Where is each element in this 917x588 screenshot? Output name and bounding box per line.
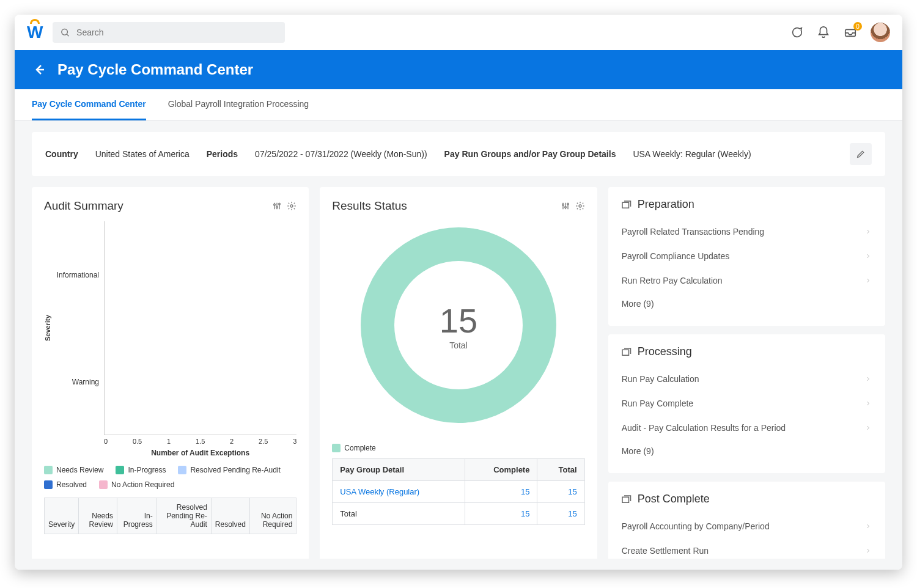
legend-swatch — [44, 480, 53, 489]
legend-label: Needs Review — [56, 466, 103, 474]
table-row: Total 15 15 — [333, 503, 584, 525]
tabs: Pay Cycle Command Center Global Payroll … — [15, 89, 902, 121]
edit-filters-button[interactable] — [850, 143, 872, 165]
page-title: Pay Cycle Command Center — [57, 61, 253, 78]
sliders-icon[interactable] — [272, 201, 282, 211]
sliders-icon[interactable] — [561, 201, 570, 211]
stack-icon — [621, 199, 632, 210]
audit-legend: Needs ReviewIn-ProgressResolved Pending … — [44, 466, 296, 489]
results-cell-label: Total — [333, 503, 465, 525]
chart-x-tick: 0.5 — [133, 438, 142, 445]
tab-command-center[interactable]: Pay Cycle Command Center — [32, 89, 146, 120]
tab-global-payroll[interactable]: Global Payroll Integration Processing — [168, 89, 309, 120]
legend-label: Resolved — [56, 480, 87, 489]
search-input[interactable] — [76, 28, 278, 37]
logo[interactable]: W — [27, 23, 43, 42]
panel-link[interactable]: Create Settlement Run — [621, 538, 873, 559]
legend-label: In-Progress — [128, 466, 166, 474]
chart-x-tick: 0 — [104, 438, 108, 445]
results-th-1: Complete — [465, 459, 537, 481]
results-cell-complete[interactable]: 15 — [465, 503, 537, 525]
panel-more[interactable]: More (9) — [621, 293, 873, 315]
results-cell-complete[interactable]: 15 — [465, 481, 537, 503]
panel-link[interactable]: Payroll Related Transactions Pending — [621, 219, 873, 244]
results-th-0: Pay Group Detail — [333, 459, 465, 481]
side-panel: ProcessingRun Pay CalculationRun Pay Com… — [608, 334, 885, 473]
legend-item: Needs Review — [44, 466, 103, 474]
top-bar: W 0 — [15, 15, 902, 50]
panel-link[interactable]: Run Pay Calculation — [621, 367, 873, 391]
audit-table: SeverityNeeds ReviewIn-ProgressResolved … — [44, 498, 296, 534]
audit-th: In-Progress — [117, 498, 157, 534]
legend-label: Complete — [344, 444, 375, 452]
audit-th: Resolved — [211, 498, 249, 534]
svg-point-14 — [564, 207, 566, 208]
panel-header: Processing — [621, 345, 873, 358]
inbox-icon[interactable]: 0 — [844, 26, 857, 39]
gear-icon[interactable] — [575, 201, 585, 211]
side-panel: PreparationPayroll Related Transactions … — [608, 187, 885, 326]
svg-line-1 — [67, 34, 69, 36]
results-cell-total[interactable]: 15 — [537, 481, 584, 503]
avatar[interactable] — [871, 23, 890, 42]
bell-icon[interactable] — [817, 26, 830, 39]
filter-paygroup-label: Pay Run Groups and/or Pay Group Details — [444, 149, 616, 159]
audit-th: No Action Required — [249, 498, 296, 534]
donut-total: 15 — [440, 301, 477, 340]
panel-title: Preparation — [638, 198, 694, 211]
svg-point-0 — [62, 29, 68, 35]
chevron-right-icon — [864, 228, 872, 235]
pencil-icon — [856, 149, 866, 159]
legend-swatch — [332, 444, 341, 452]
table-row: USA Weekly (Regular) 15 15 — [333, 481, 584, 503]
legend-swatch — [178, 466, 186, 474]
audit-bar-chart: Severity Informational Warning — [44, 221, 296, 435]
audit-th: Needs Review — [79, 498, 117, 534]
results-table: Pay Group Detail Complete Total USA Week… — [332, 458, 584, 525]
chart-x-tick: 1 — [167, 438, 171, 445]
filter-bar: Country United States of America Periods… — [32, 132, 885, 176]
filter-country-label: Country — [45, 149, 78, 159]
chart-x-label: Number of Audit Exceptions — [104, 449, 296, 457]
panel-link[interactable]: Run Retro Pay Calculation — [621, 268, 873, 293]
stack-icon — [621, 347, 632, 358]
legend-swatch — [99, 480, 108, 489]
panel-title: Post Complete — [638, 493, 710, 505]
side-panels: PreparationPayroll Related Transactions … — [608, 187, 885, 559]
svg-rect-18 — [622, 350, 629, 355]
legend-label: Resolved Pending Re-Audit — [190, 466, 280, 474]
results-cell-label[interactable]: USA Weekly (Regular) — [333, 481, 465, 503]
filter-country-value: United States of America — [95, 149, 190, 159]
legend-item: Resolved Pending Re-Audit — [178, 466, 280, 474]
chat-icon[interactable] — [790, 26, 803, 39]
back-arrow-icon[interactable] — [32, 62, 46, 77]
results-donut: 15 Total — [361, 227, 556, 423]
chevron-right-icon — [864, 547, 872, 554]
panel-link[interactable]: Run Pay Complete — [621, 391, 873, 416]
legend-swatch — [44, 466, 53, 474]
svg-point-15 — [567, 203, 569, 205]
stack-icon — [621, 494, 632, 505]
svg-point-9 — [290, 205, 293, 207]
results-cell-total[interactable]: 15 — [537, 503, 584, 525]
svg-point-6 — [274, 204, 276, 206]
panel-link[interactable]: Payroll Accounting by Company/Period — [621, 514, 873, 538]
results-legend: Complete — [332, 444, 584, 452]
chart-y-label: Severity — [44, 221, 55, 435]
audit-summary-card: Audit Summary Severity Informational War… — [32, 187, 309, 559]
results-status-card: Results Status 15 Total — [320, 187, 597, 559]
filter-paygroup-value: USA Weekly: Regular (Weekly) — [633, 149, 751, 159]
filter-periods-value: 07/25/2022 - 07/31/2022 (Weekly (Mon-Sun… — [255, 149, 427, 159]
panel-link[interactable]: Payroll Compliance Updates — [621, 244, 873, 268]
audit-th: Severity — [45, 498, 79, 534]
chart-category-0: Informational — [55, 221, 99, 328]
audit-th: Resolved Pending Re-Audit — [157, 498, 211, 534]
panel-link[interactable]: Audit - Pay Calculation Results for a Pe… — [621, 416, 873, 440]
page-header: Pay Cycle Command Center — [15, 50, 902, 89]
chevron-right-icon — [864, 252, 872, 260]
svg-point-13 — [562, 204, 564, 206]
panel-more[interactable]: More (9) — [621, 440, 873, 462]
panel-header: Preparation — [621, 198, 873, 211]
search-input-wrap[interactable] — [53, 22, 285, 43]
gear-icon[interactable] — [287, 201, 296, 211]
